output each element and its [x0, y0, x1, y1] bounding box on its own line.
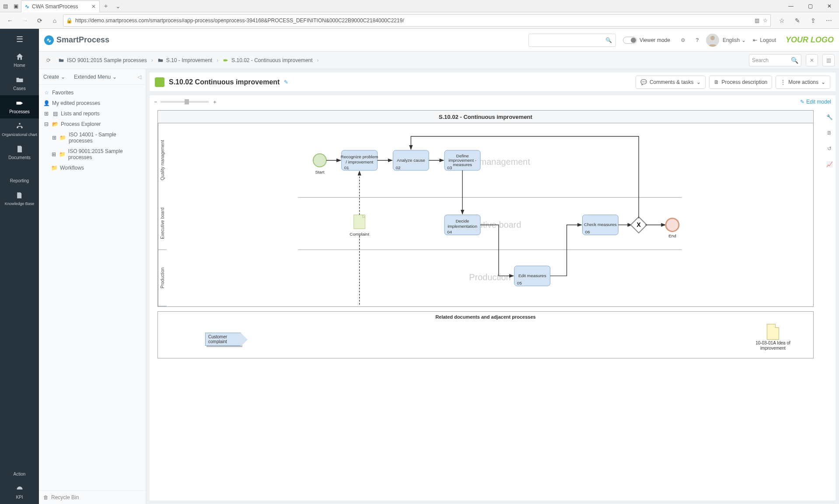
logo-text: SmartProcess: [56, 35, 109, 45]
layout-button[interactable]: ▥: [822, 54, 835, 66]
end-label: End: [668, 233, 676, 238]
browser-tab[interactable]: ∿ CWA SmartProcess ✕: [21, 0, 100, 12]
browser-toolbar: ← → ⟳ ⌂ 🔒 https://demo.smartprocess.com/…: [0, 12, 839, 29]
breadcrumb-item[interactable]: S.10 - Improvement: [157, 57, 212, 63]
related-process[interactable]: Customer complaint: [205, 333, 241, 346]
folder-icon: [15, 76, 24, 84]
folder-icon: 📁: [51, 165, 57, 171]
close-icon[interactable]: ✕: [91, 3, 96, 10]
favorite-icon[interactable]: ☆: [763, 17, 768, 24]
new-tab-button[interactable]: ＋: [100, 2, 112, 10]
expand-icon[interactable]: ⊞: [43, 111, 49, 117]
lane-body[interactable]: Quality management Executive board Produ…: [167, 123, 813, 306]
create-menu[interactable]: Create⌄: [43, 74, 65, 80]
minimize-button[interactable]: —: [781, 0, 801, 12]
comments-button[interactable]: 💬Comments & tasks⌄: [636, 76, 706, 89]
zoom-slider[interactable]: [161, 101, 209, 103]
close-window-button[interactable]: ✕: [820, 0, 839, 12]
svg-text:measures: measures: [453, 162, 472, 167]
book-icon: [15, 191, 24, 200]
menu-icon[interactable]: ☰: [0, 32, 39, 46]
tab-menu-button[interactable]: ⌄: [112, 3, 124, 10]
related-doc-icon[interactable]: [767, 324, 779, 340]
zoom-out-button[interactable]: −: [154, 99, 157, 105]
svg-point-0: [710, 36, 715, 40]
rail-home[interactable]: Home: [0, 49, 39, 72]
tree-node[interactable]: ⊞📁ISO 14001 - Sample processes: [39, 129, 146, 146]
lane-label: Quality management: [158, 123, 167, 198]
ink-icon[interactable]: ✎: [791, 14, 804, 27]
more-icon[interactable]: ⋯: [822, 14, 836, 27]
history-icon[interactable]: ↺: [825, 144, 834, 153]
fav-star-icon[interactable]: ☆: [775, 14, 788, 27]
chevron-down-icon: ⌄: [696, 79, 701, 85]
sys-icon-2[interactable]: ▣: [10, 0, 21, 12]
rail-cases[interactable]: Cases: [0, 72, 39, 95]
related-section: Related documents and adjacent processes…: [157, 311, 814, 358]
reader-icon[interactable]: ▥: [755, 17, 759, 24]
refresh-breadcrumb-icon[interactable]: ⟳: [43, 55, 54, 66]
zoom-in-button[interactable]: ＋: [212, 98, 217, 106]
toggle-switch[interactable]: [623, 37, 637, 44]
start-event[interactable]: [313, 154, 326, 167]
breadcrumb: ISO 9001:2015 Sample processes › S.10 - …: [58, 57, 745, 63]
back-button[interactable]: ←: [3, 14, 17, 27]
complaint-doc[interactable]: [354, 215, 365, 229]
maximize-button[interactable]: ▢: [801, 0, 820, 12]
stats-icon[interactable]: 📈: [825, 160, 834, 169]
collapse-sidebar-icon[interactable]: ◁: [137, 74, 141, 80]
forward-button[interactable]: →: [18, 14, 31, 27]
logout-button[interactable]: ⇤ Logout: [753, 37, 776, 43]
rail-processes[interactable]: Processes: [0, 95, 39, 118]
rail-documents[interactable]: Documents: [0, 141, 39, 164]
tree-explorer[interactable]: ⊟📂Process Explorer: [39, 119, 146, 129]
breadcrumb-search[interactable]: Search 🔍: [749, 54, 801, 66]
gear-icon[interactable]: ⚙: [678, 35, 689, 45]
collapse-icon[interactable]: ⊟: [43, 121, 49, 127]
rail-orgchart[interactable]: Organizational chart: [0, 118, 39, 141]
orgchart-icon: [15, 122, 24, 131]
viewer-mode-toggle[interactable]: Viewer mode: [623, 37, 670, 44]
tree-node[interactable]: 📁Workflows: [39, 163, 146, 173]
rail-knowledge[interactable]: Knowledge Base: [0, 188, 39, 210]
sys-icon-1[interactable]: ▤: [0, 0, 10, 12]
expand-icon[interactable]: ⊞: [51, 135, 57, 141]
edit-model-button[interactable]: ✎Edit model: [800, 99, 831, 105]
search-icon: 🔍: [791, 57, 798, 64]
breadcrumb-item[interactable]: S.10.02 - Continuous improvement: [223, 57, 312, 63]
logo[interactable]: ∿ SmartProcess: [44, 35, 109, 45]
avatar[interactable]: [706, 34, 719, 47]
help-icon[interactable]: ?: [692, 35, 703, 45]
home-button[interactable]: ⌂: [48, 14, 61, 27]
document-icon: [15, 145, 24, 153]
more-actions-button[interactable]: ⋮More actions⌄: [776, 76, 830, 89]
rail-kpi[interactable]: KPI: [0, 481, 39, 504]
tree-my-edited[interactable]: 👤My edited processes: [39, 98, 146, 108]
refresh-button[interactable]: ⟳: [33, 14, 46, 27]
expand-icon[interactable]: ⊞: [51, 151, 57, 157]
recycle-bin[interactable]: 🗑 Recycle Bin: [39, 490, 146, 504]
extended-menu[interactable]: Extended Menu⌄: [74, 74, 117, 80]
svg-text:06: 06: [585, 229, 590, 234]
diagram: S.10.02 - Continuous improvement Quality…: [157, 110, 814, 496]
svg-text:X: X: [637, 221, 641, 228]
language-select[interactable]: English ⌄: [723, 37, 746, 43]
rail-action[interactable]: Action: [0, 458, 39, 481]
wrench-icon[interactable]: 🔧: [825, 113, 834, 122]
share-icon[interactable]: ⇪: [807, 14, 820, 27]
tree-lists[interactable]: ⊞▤Lists and reports: [39, 108, 146, 119]
end-event[interactable]: [666, 218, 679, 231]
language-label: English: [723, 37, 740, 43]
close-panel-button[interactable]: ✕: [806, 54, 818, 66]
browser-tab-strip: ▤ ▣ ∿ CWA SmartProcess ✕ ＋ ⌄ — ▢ ✕: [0, 0, 839, 12]
edit-icon[interactable]: ✎: [284, 79, 288, 85]
rail-label: Organizational chart: [2, 132, 37, 137]
tree-node[interactable]: ⊞📁ISO 9001:2015 Sample processes: [39, 146, 146, 163]
tree-favorites[interactable]: ☆Favorites: [39, 87, 146, 98]
address-bar[interactable]: 🔒 https://demo.smartprocess.com/smartpro…: [63, 14, 771, 27]
header-search[interactable]: 🔍: [528, 34, 616, 47]
export-icon[interactable]: 🗎: [825, 129, 834, 137]
breadcrumb-item[interactable]: ISO 9001:2015 Sample processes: [58, 57, 147, 63]
description-button[interactable]: 🗎Process description: [709, 76, 773, 89]
rail-reporting[interactable]: Reporting: [0, 164, 39, 188]
